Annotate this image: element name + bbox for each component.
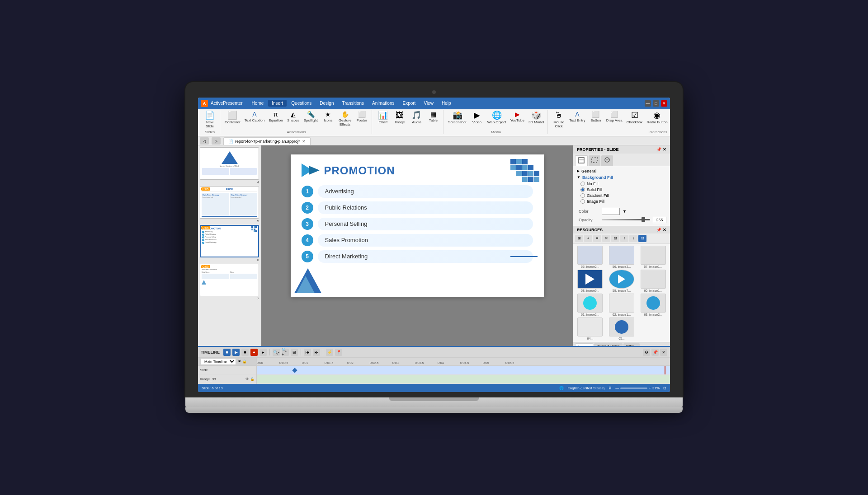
tl-split-btn[interactable]: ⚡ bbox=[326, 349, 333, 356]
res-item-59[interactable]: 59. image7... bbox=[607, 270, 637, 292]
text-entry-button[interactable]: A Text Entry bbox=[567, 110, 587, 123]
mouse-click-button[interactable]: 🖱 MouseClick bbox=[551, 110, 567, 129]
button-button[interactable]: ⬜ Button bbox=[588, 110, 604, 123]
menu-design[interactable]: Design bbox=[316, 100, 337, 107]
zoom-plus-btn[interactable]: + bbox=[649, 386, 651, 390]
radio-button-button[interactable]: ◉ Radio Button bbox=[645, 110, 669, 125]
res-grid-view-btn[interactable]: ⊞ bbox=[575, 235, 583, 242]
lock-icon[interactable]: 🔒 bbox=[242, 360, 247, 364]
checkbox-button[interactable]: ☑ Checkbox bbox=[625, 110, 645, 125]
image-fill-radio[interactable] bbox=[580, 199, 585, 204]
tl-zoom-in-btn[interactable]: 🔍+ bbox=[282, 349, 289, 356]
tl-stop-btn[interactable]: ■ bbox=[223, 349, 231, 356]
no-fill-radio[interactable] bbox=[580, 182, 585, 186]
resources-close-button[interactable]: ✕ bbox=[663, 228, 666, 232]
tab-close-button[interactable]: ✕ bbox=[302, 139, 306, 144]
table-button[interactable]: ▦ Table bbox=[425, 110, 441, 123]
video-button[interactable]: ▶ Video bbox=[469, 110, 485, 125]
image-button[interactable]: 🖼 Image bbox=[392, 110, 408, 125]
res-item-65[interactable]: 65... bbox=[607, 318, 637, 340]
timeline-selector[interactable]: Main Timeline bbox=[201, 358, 236, 365]
tl-pin-btn[interactable]: 📌 bbox=[651, 349, 659, 356]
tl-prev-btn[interactable]: ⏮ bbox=[304, 349, 311, 356]
res-item-64[interactable]: 64... bbox=[575, 318, 605, 340]
res-item-58[interactable]: 58. image5... bbox=[575, 270, 605, 292]
tl-markers-btn[interactable]: 📍 bbox=[335, 349, 342, 356]
tl-settings-btn[interactable]: ⚙ bbox=[643, 349, 650, 356]
gradient-fill-radio[interactable] bbox=[580, 193, 585, 198]
youtube-button[interactable]: ▶ YouTube bbox=[508, 110, 526, 123]
minimize-button[interactable]: — bbox=[645, 100, 651, 107]
props-tab-style[interactable] bbox=[589, 155, 600, 166]
text-caption-button[interactable]: A Text Caption bbox=[243, 110, 266, 123]
web-object-button[interactable]: 🌐 Web Object bbox=[486, 110, 508, 125]
chart-button[interactable]: 📊 Chart bbox=[375, 110, 391, 125]
solid-fill-radio[interactable] bbox=[580, 187, 585, 192]
image33-eye-icon[interactable]: 👁 bbox=[245, 377, 249, 381]
props-bgfill-section[interactable]: ▼ Background Fill bbox=[577, 175, 666, 180]
tl-more-btn[interactable]: ▸ bbox=[259, 349, 267, 356]
res-item-56[interactable]: 56. image2... bbox=[607, 246, 637, 268]
tl-slide-track[interactable] bbox=[257, 366, 670, 375]
eye-icon[interactable]: 👁 bbox=[238, 360, 241, 364]
res-add-btn[interactable]: + bbox=[584, 235, 592, 242]
props-close-button[interactable]: ✕ bbox=[663, 147, 666, 152]
equation-button[interactable]: π Equation bbox=[267, 110, 285, 123]
res-item-55[interactable]: 55. image2... bbox=[575, 246, 605, 268]
tl-next-btn[interactable]: ⏭ bbox=[313, 349, 320, 356]
props-general-section[interactable]: ▶ General bbox=[577, 169, 666, 173]
slide-thumb-4[interactable]: Market Strategy of Work 4 bbox=[200, 147, 259, 184]
res-item-63[interactable]: 63. image2... bbox=[638, 294, 668, 316]
menu-view[interactable]: View bbox=[420, 100, 437, 107]
tl-play-btn[interactable]: ▶ bbox=[232, 349, 240, 356]
zoom-slider-track[interactable] bbox=[620, 388, 647, 389]
audio-button[interactable]: 🎵 Audio bbox=[408, 110, 425, 125]
fit-screen-btn[interactable]: ⊡ bbox=[663, 386, 666, 390]
spotlight-button[interactable]: 🔦 Spotlight bbox=[302, 110, 320, 123]
tab-forward-button[interactable]: ▷ bbox=[212, 137, 221, 145]
tl-pause-btn[interactable]: ■ bbox=[241, 349, 249, 356]
res-delete-btn[interactable]: ✕ bbox=[602, 235, 610, 242]
props-pin-button[interactable]: 📌 bbox=[656, 147, 661, 152]
close-button[interactable]: ✕ bbox=[661, 100, 667, 107]
resources-pin-button[interactable]: 📌 bbox=[656, 228, 661, 232]
res-item-60[interactable]: 60. image1... bbox=[638, 270, 668, 292]
menu-insert[interactable]: Insert bbox=[268, 100, 287, 107]
res-thumbnail-btn[interactable]: ⊡ bbox=[638, 235, 646, 242]
color-swatch[interactable] bbox=[602, 208, 620, 215]
icons-button[interactable]: ★ Icons bbox=[320, 110, 336, 123]
document-tab[interactable]: 📄 report-for-7p-marketing-plan.approj* ✕ bbox=[223, 137, 311, 145]
image33-lock-icon[interactable]: 🔒 bbox=[250, 377, 255, 381]
opacity-value-input[interactable] bbox=[653, 217, 666, 223]
zoom-minus-btn[interactable]: — bbox=[615, 386, 619, 390]
menu-help[interactable]: Help bbox=[438, 100, 455, 107]
res-arrange-btn[interactable]: ≡ bbox=[593, 235, 601, 242]
res-item-62[interactable]: 62. image1... bbox=[607, 294, 637, 316]
gesture-effects-button[interactable]: ✋ GestureEffects bbox=[337, 110, 353, 127]
shapes-button[interactable]: ◭ Shapes bbox=[285, 110, 302, 123]
container-button[interactable]: ⬜ Container bbox=[223, 110, 242, 125]
res-copy-btn[interactable]: ⊡ bbox=[611, 235, 619, 242]
menu-export[interactable]: Export bbox=[399, 100, 419, 107]
tl-zoom-out-btn[interactable]: 🔍- bbox=[273, 349, 280, 356]
opacity-slider[interactable] bbox=[602, 219, 650, 220]
res-item-57[interactable]: 57. image1... bbox=[638, 246, 668, 268]
canvas-area[interactable]: PROMOTION 1 Advertising 2 bbox=[261, 145, 573, 346]
res-export-btn[interactable]: ↑ bbox=[620, 235, 628, 242]
screenshot-button[interactable]: 📸 Screenshot bbox=[446, 110, 468, 125]
color-dropdown-arrow[interactable]: ▼ bbox=[623, 209, 627, 214]
props-tab-layout[interactable] bbox=[575, 155, 588, 166]
tl-close-btn[interactable]: ✕ bbox=[660, 349, 667, 356]
props-tab-more[interactable] bbox=[601, 155, 613, 166]
menu-questions[interactable]: Questions bbox=[288, 100, 315, 107]
res-import-btn[interactable]: ↓ bbox=[629, 235, 637, 242]
menu-animations[interactable]: Animations bbox=[368, 100, 398, 107]
slide-thumb-6[interactable]: ▶▶ PROMOTION 1Advertising 2Public Relati… bbox=[200, 225, 259, 262]
menu-home[interactable]: Home bbox=[248, 100, 268, 107]
footer-button[interactable]: ⬜ Footer bbox=[354, 110, 370, 123]
3dmodel-button[interactable]: 🎲 3D Model bbox=[527, 110, 546, 125]
new-slide-button[interactable]: 📄 NewSlide bbox=[202, 110, 218, 129]
drop-area-button[interactable]: ⬜ Drop Area bbox=[604, 110, 624, 123]
slide-thumb-5[interactable]: PRICE High Price Strategy Lorem ipsum te… bbox=[200, 186, 259, 223]
maximize-button[interactable]: □ bbox=[653, 100, 659, 107]
